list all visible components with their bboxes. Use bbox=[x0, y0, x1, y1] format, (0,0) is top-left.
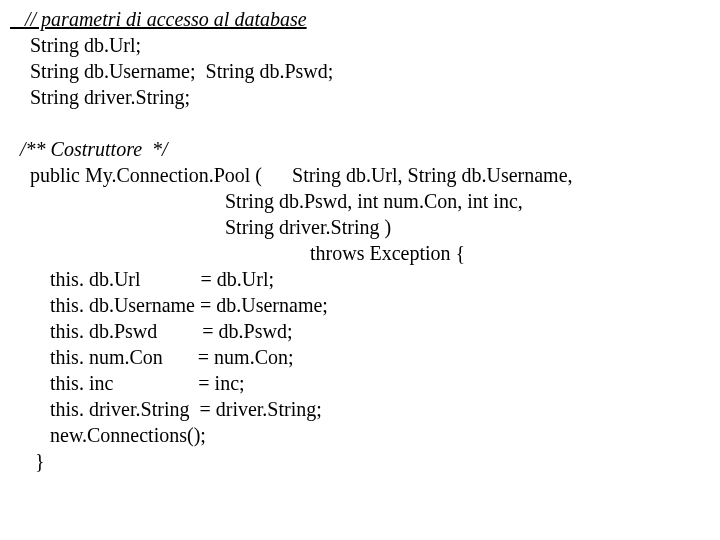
ctor-signature-2: String db.Pswd, int num.Con, int inc, bbox=[10, 188, 710, 214]
assign-inc: this. inc = inc; bbox=[10, 370, 710, 396]
assign-db-username: this. db.Username = db.Username; bbox=[10, 292, 710, 318]
decl-db-url: String db.Url; bbox=[10, 32, 710, 58]
assign-num-con: this. num.Con = num.Con; bbox=[10, 344, 710, 370]
decl-db-username-pswd: String db.Username; String db.Pswd; bbox=[10, 58, 710, 84]
assign-db-pswd: this. db.Pswd = db.Pswd; bbox=[10, 318, 710, 344]
blank-line bbox=[10, 110, 710, 136]
ctor-signature-3: String driver.String ) bbox=[10, 214, 710, 240]
assign-db-url: this. db.Url = db.Url; bbox=[10, 266, 710, 292]
assign-driver-string: this. driver.String = driver.String; bbox=[10, 396, 710, 422]
comment-db-params: // parametri di accesso al database bbox=[10, 6, 710, 32]
comment-constructor: /** Costruttore */ bbox=[10, 136, 710, 162]
call-new-connections: new.Connections(); bbox=[10, 422, 710, 448]
ctor-signature-1: public My.Connection.Pool ( String db.Ur… bbox=[10, 162, 710, 188]
decl-driver-string: String driver.String; bbox=[10, 84, 710, 110]
close-brace: } bbox=[10, 448, 710, 474]
throws-clause: throws Exception { bbox=[10, 240, 710, 266]
